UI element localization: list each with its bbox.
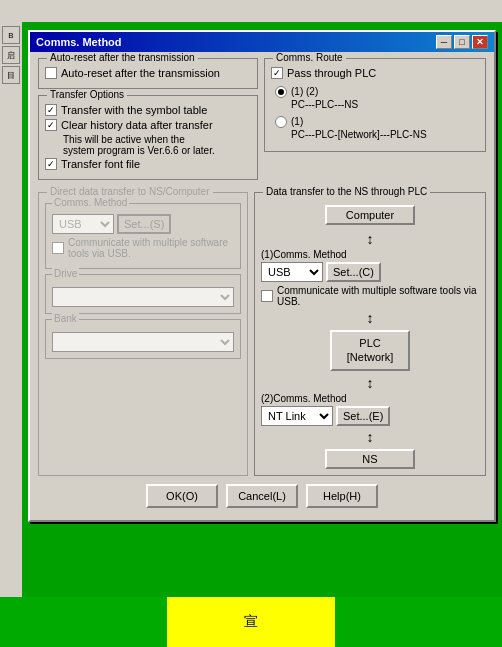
bottom-right-yellow bbox=[335, 597, 502, 647]
arrow-down-2: ↕ bbox=[261, 310, 479, 326]
direct-drive-group: Drive bbox=[45, 274, 241, 314]
cancel-button[interactable]: Cancel(L) bbox=[226, 484, 298, 508]
transfer-symbol-row[interactable]: Transfer with the symbol table bbox=[45, 104, 251, 116]
comms2-section: (2)Comms. Method NT Link Set...(E) bbox=[261, 393, 479, 426]
note-line1: This will be active when the bbox=[63, 134, 185, 145]
pass-through-row[interactable]: Pass through PLC bbox=[271, 67, 479, 79]
direct-comms-method-label: Comms. Method bbox=[52, 197, 129, 208]
bottom-center-yellow: 宣 bbox=[167, 597, 334, 647]
route2-radio[interactable] bbox=[275, 116, 287, 128]
direct-bank-select bbox=[52, 332, 234, 352]
route1-row[interactable]: (1) (2) PC---PLC---NS bbox=[275, 85, 479, 111]
comms-route-label: Comms. Route bbox=[273, 52, 346, 63]
data-transfer-label: Data transfer to the NS through PLC bbox=[263, 186, 430, 197]
direct-drive-label: Drive bbox=[52, 268, 79, 279]
transfer-font-label: Transfer font file bbox=[61, 158, 140, 170]
note-text: This will be active when the system prog… bbox=[63, 134, 251, 156]
arrow-down-3: ↕ bbox=[261, 375, 479, 391]
comms1-checkbox[interactable] bbox=[261, 290, 273, 302]
help-button[interactable]: Help(H) bbox=[306, 484, 378, 508]
direct-comms-method-group: Comms. Method USB Set...(S) Communicate … bbox=[45, 203, 241, 269]
transfer-symbol-checkbox[interactable] bbox=[45, 104, 57, 116]
comms1-label: (1)Comms. Method bbox=[261, 249, 479, 260]
plc-network-button[interactable]: PLC [Network] bbox=[330, 330, 410, 371]
comms-route-group: Comms. Route Pass through PLC (1) bbox=[264, 58, 486, 152]
titlebar-buttons: ─ □ ✕ bbox=[436, 35, 488, 49]
transfer-options-group: Transfer Options Transfer with the symbo… bbox=[38, 95, 258, 180]
dialog-title: Comms. Method bbox=[36, 36, 122, 48]
maximize-button[interactable]: □ bbox=[454, 35, 470, 49]
ok-button[interactable]: OK(O) bbox=[146, 484, 218, 508]
direct-set-button: Set...(S) bbox=[117, 214, 171, 234]
pass-through-label: Pass through PLC bbox=[287, 67, 376, 79]
comms2-set-button[interactable]: Set...(E) bbox=[336, 406, 390, 426]
computer-button[interactable]: Computer bbox=[325, 205, 415, 225]
comms1-checkbox-row[interactable]: Communicate with multiple software tools… bbox=[261, 285, 479, 307]
auto-reset-label: Auto-reset after the transmission bbox=[47, 52, 198, 63]
top-section: Auto-reset after the transmission Auto-r… bbox=[38, 58, 486, 186]
direct-transfer-group: Direct data transfer to NS/Computer Comm… bbox=[38, 192, 248, 476]
comms2-method-row: NT Link Set...(E) bbox=[261, 406, 479, 426]
route2-label: (1) PC---PLC-[Network]---PLC-NS bbox=[291, 115, 427, 141]
side-icon-3[interactable]: 目 bbox=[2, 66, 20, 84]
route2-row[interactable]: (1) PC---PLC-[Network]---PLC-NS bbox=[275, 115, 479, 141]
bottom-section: Direct data transfer to NS/Computer Comm… bbox=[38, 192, 486, 476]
comms1-method-row: USB Set...(C) bbox=[261, 262, 479, 282]
plc-btn-wrapper: PLC [Network] bbox=[261, 330, 479, 371]
direct-comm-label: Communicate with multiple software tools… bbox=[68, 237, 234, 259]
right-column: Comms. Route Pass through PLC (1) bbox=[264, 58, 486, 186]
direct-usb-select: USB bbox=[52, 214, 114, 234]
transfer-font-row[interactable]: Transfer font file bbox=[45, 158, 251, 170]
comms1-set-button[interactable]: Set...(C) bbox=[326, 262, 381, 282]
arrow-down-1: ↕ bbox=[261, 231, 479, 247]
direct-bank-label: Bank bbox=[52, 313, 79, 324]
direct-bank-group: Bank bbox=[45, 319, 241, 359]
bottom-left-yellow bbox=[0, 597, 167, 647]
close-button[interactable]: ✕ bbox=[472, 35, 488, 49]
data-transfer-group: Data transfer to the NS through PLC Comp… bbox=[254, 192, 486, 476]
direct-transfer-label: Direct data transfer to NS/Computer bbox=[47, 186, 213, 197]
comms1-select[interactable]: USB bbox=[261, 262, 323, 282]
bottom-strip: 宣 bbox=[0, 597, 502, 647]
comms1-section: (1)Comms. Method USB Set...(C) Communica… bbox=[261, 249, 479, 307]
left-sidebar: B 启 目 bbox=[0, 22, 22, 647]
pass-through-checkbox[interactable] bbox=[271, 67, 283, 79]
comms2-label: (2)Comms. Method bbox=[261, 393, 479, 404]
ns-btn-wrapper: NS bbox=[261, 449, 479, 469]
arrow-down-4: ↕ bbox=[261, 429, 479, 445]
dialog-body: Auto-reset after the transmission Auto-r… bbox=[30, 52, 494, 520]
transfer-font-checkbox[interactable] bbox=[45, 158, 57, 170]
auto-reset-checkbox[interactable] bbox=[45, 67, 57, 79]
clear-history-label: Clear history data after transfer bbox=[61, 119, 213, 131]
clear-history-row[interactable]: Clear history data after transfer bbox=[45, 119, 251, 131]
comms1-checkbox-label: Communicate with multiple software tools… bbox=[277, 285, 479, 307]
left-column: Auto-reset after the transmission Auto-r… bbox=[38, 58, 258, 186]
auto-reset-checkbox-label: Auto-reset after the transmission bbox=[61, 67, 220, 79]
dialog-titlebar: Comms. Method ─ □ ✕ bbox=[30, 32, 494, 52]
route1-radio[interactable] bbox=[275, 86, 287, 98]
comms2-select[interactable]: NT Link bbox=[261, 406, 333, 426]
note-line2: system program is Ver.6.6 or later. bbox=[63, 145, 215, 156]
side-icon-1[interactable]: B bbox=[2, 26, 20, 44]
direct-comm-checkbox bbox=[52, 242, 64, 254]
clear-history-checkbox[interactable] bbox=[45, 119, 57, 131]
side-icon-2[interactable]: 启 bbox=[2, 46, 20, 64]
computer-btn-wrapper: Computer bbox=[261, 205, 479, 225]
bottom-buttons-bar: OK(O) Cancel(L) Help(H) bbox=[38, 476, 486, 514]
direct-comm-checkbox-row: Communicate with multiple software tools… bbox=[52, 237, 234, 259]
auto-reset-checkbox-row[interactable]: Auto-reset after the transmission bbox=[45, 67, 251, 79]
transfer-symbol-label: Transfer with the symbol table bbox=[61, 104, 207, 116]
route1-label: (1) (2) PC---PLC---NS bbox=[291, 85, 358, 111]
direct-comms-method-row: USB Set...(S) bbox=[52, 214, 234, 234]
auto-reset-group: Auto-reset after the transmission Auto-r… bbox=[38, 58, 258, 89]
direct-drive-select bbox=[52, 287, 234, 307]
transfer-options-label: Transfer Options bbox=[47, 89, 127, 100]
ns-button[interactable]: NS bbox=[325, 449, 415, 469]
comms-method-dialog: Comms. Method ─ □ ✕ Auto-reset after the… bbox=[28, 30, 496, 522]
minimize-button[interactable]: ─ bbox=[436, 35, 452, 49]
